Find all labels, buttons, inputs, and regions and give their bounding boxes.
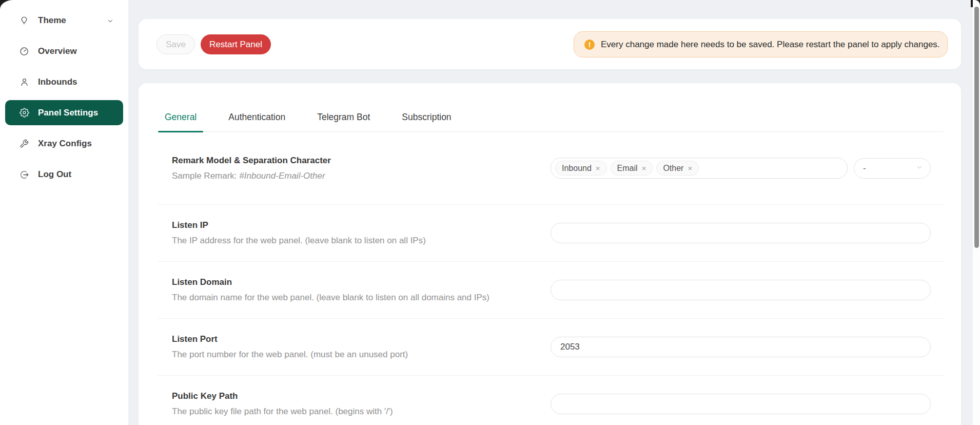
close-icon[interactable]: × xyxy=(688,164,692,172)
scrollbar-track[interactable] xyxy=(973,0,980,425)
sidebar-item-label: Xray Configs xyxy=(38,139,92,149)
tag-email: Email× xyxy=(611,161,653,176)
listen-port-input[interactable] xyxy=(551,337,931,357)
sample-remark-prefix: Sample Remark: xyxy=(172,171,239,181)
general-settings-form: Remark Model & Separation Character Samp… xyxy=(139,132,961,425)
setting-row-listen-port: Listen Port The port number for the web … xyxy=(139,318,961,375)
chevron-down-icon xyxy=(107,17,114,24)
gear-icon xyxy=(19,108,29,118)
dashboard-icon xyxy=(19,46,29,56)
restart-panel-button[interactable]: Restart Panel xyxy=(201,34,271,54)
sidebar: Theme Overview Inbounds Panel Settings X… xyxy=(0,0,128,425)
close-icon[interactable]: × xyxy=(642,164,646,172)
setting-title: Listen IP xyxy=(172,220,426,230)
listen-domain-input[interactable] xyxy=(551,280,931,300)
listen-ip-input[interactable] xyxy=(551,223,931,243)
save-button[interactable]: Save xyxy=(156,34,195,54)
setting-description: The public key file path for the web pan… xyxy=(172,407,393,417)
sidebar-item-panel-settings[interactable]: Panel Settings xyxy=(5,100,123,125)
sidebar-item-label: Theme xyxy=(38,15,66,26)
tag-label: Inbound xyxy=(562,164,592,173)
user-icon xyxy=(19,77,29,87)
chevron-down-icon xyxy=(916,163,923,173)
sidebar-item-label: Overview xyxy=(38,46,77,56)
alert-message: Every change made here needs to be saved… xyxy=(601,40,940,50)
sidebar-item-label: Log Out xyxy=(38,169,71,180)
logout-icon xyxy=(19,169,29,180)
sidebar-item-label: Panel Settings xyxy=(38,108,98,118)
panel-settings-card: General Authentication Telegram Bot Subs… xyxy=(139,83,961,425)
setting-description: The IP address for the web panel. (leave… xyxy=(172,236,426,246)
setting-title: Remark Model & Separation Character xyxy=(172,156,331,166)
setting-description: The port number for the web panel. (must… xyxy=(172,350,408,360)
tag-label: Other xyxy=(663,164,683,173)
toolbar-card: Save Restart Panel ! Every change made h… xyxy=(139,19,961,69)
tab-subscription[interactable]: Subscription xyxy=(395,103,458,131)
sidebar-item-label: Inbounds xyxy=(38,77,77,87)
warning-icon: ! xyxy=(584,40,595,50)
setting-row-remark-model: Remark Model & Separation Character Samp… xyxy=(139,132,961,204)
close-icon[interactable]: × xyxy=(596,164,600,172)
sidebar-item-overview[interactable]: Overview xyxy=(5,39,123,64)
tab-authentication[interactable]: Authentication xyxy=(222,103,292,131)
sidebar-item-theme[interactable]: Theme xyxy=(5,8,123,33)
tag-label: Email xyxy=(617,164,638,173)
setting-row-listen-domain: Listen Domain The domain name for the we… xyxy=(139,261,961,318)
setting-title: Public Key Path xyxy=(172,391,393,401)
tab-general[interactable]: General xyxy=(158,103,203,131)
lightbulb-icon xyxy=(19,15,29,26)
tab-telegram-bot[interactable]: Telegram Bot xyxy=(310,103,377,131)
separator-value: - xyxy=(863,163,866,173)
setting-description: The domain name for the web panel. (leav… xyxy=(172,293,489,303)
setting-row-public-key-path: Public Key Path The public key file path… xyxy=(139,375,961,425)
wrench-icon xyxy=(19,139,29,149)
tag-inbound: Inbound× xyxy=(555,161,607,176)
separator-select[interactable]: - xyxy=(854,158,931,179)
public-key-path-input[interactable] xyxy=(551,394,931,414)
setting-description: Sample Remark: #Inbound-Email-Other xyxy=(172,171,331,181)
sidebar-item-inbounds[interactable]: Inbounds xyxy=(5,70,123,94)
restart-warning-alert: ! Every change made here needs to be sav… xyxy=(574,31,948,57)
scrollbar-thumb[interactable] xyxy=(974,7,979,248)
setting-row-listen-ip: Listen IP The IP address for the web pan… xyxy=(139,204,961,261)
sidebar-item-log-out[interactable]: Log Out xyxy=(5,162,123,187)
setting-title: Listen Port xyxy=(172,334,408,344)
remark-model-multiselect[interactable]: Inbound× Email× Other× xyxy=(551,158,848,179)
setting-title: Listen Domain xyxy=(172,277,489,287)
sample-remark-value: #Inbound-Email-Other xyxy=(239,171,325,181)
tag-other: Other× xyxy=(656,161,699,176)
settings-tabs: General Authentication Telegram Bot Subs… xyxy=(158,83,944,132)
sidebar-item-xray-configs[interactable]: Xray Configs xyxy=(5,131,123,156)
